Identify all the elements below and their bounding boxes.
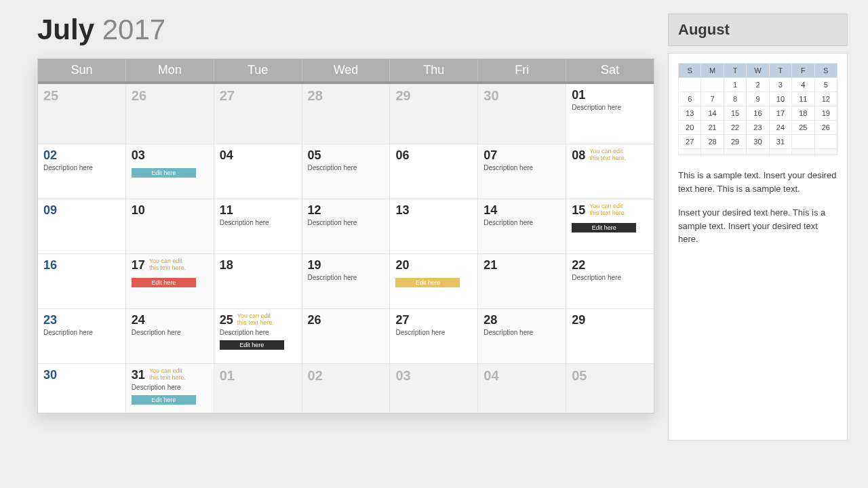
calendar-day[interactable]: 05: [566, 364, 654, 413]
calendar-day[interactable]: 04: [214, 144, 302, 199]
day-number: 29: [395, 88, 410, 104]
calendar-day[interactable]: 20Edit here: [390, 254, 478, 308]
calendar-day[interactable]: 26: [302, 309, 391, 363]
mini-day: 21: [701, 121, 724, 135]
mini-day-header: T: [724, 64, 746, 78]
mini-day: [701, 149, 724, 155]
day-number: 17: [132, 258, 145, 272]
calendar-day[interactable]: 28: [302, 84, 391, 144]
calendar-day[interactable]: 12Description here: [302, 199, 391, 253]
day-number: 06: [395, 148, 409, 163]
calendar-day[interactable]: 29: [566, 309, 654, 363]
day-number: 04: [484, 368, 498, 384]
calendar-week: 1617You can edit this text here.Edit her…: [38, 254, 654, 309]
day-number: 04: [220, 148, 233, 163]
mini-day: [814, 135, 837, 149]
mini-day: 11: [792, 92, 814, 106]
mini-day: 22: [724, 121, 746, 135]
calendar-day[interactable]: 01: [214, 364, 302, 413]
calendar-day[interactable]: 08You can edit this text here.: [566, 144, 654, 199]
day-number: 11: [220, 203, 233, 218]
day-number: 01: [220, 368, 235, 384]
event-tag[interactable]: Edit here: [220, 340, 284, 350]
day-number: 31: [132, 368, 145, 382]
mini-day: 1: [724, 78, 746, 92]
calendar-day[interactable]: 03: [390, 364, 478, 413]
calendar-day[interactable]: 05Description here: [302, 144, 391, 199]
event-tag[interactable]: Edit here: [132, 395, 196, 405]
day-number: 08: [572, 148, 585, 163]
event-tag[interactable]: Edit here: [132, 168, 196, 178]
mini-day: 15: [724, 106, 746, 121]
day-number: 30: [484, 88, 498, 104]
day-header: Sun: [38, 59, 126, 81]
day-number: 01: [572, 88, 585, 102]
day-description: Description here: [43, 164, 120, 171]
day-number: 05: [308, 148, 321, 163]
day-header: Mon: [126, 59, 214, 81]
calendar-day[interactable]: 26: [126, 84, 214, 144]
mini-day: 24: [769, 121, 791, 135]
calendar-day[interactable]: 25You can edit this text here.Descriptio…: [214, 309, 302, 363]
calendar-day[interactable]: 14Description here: [478, 199, 566, 253]
calendar-day[interactable]: 30: [38, 364, 126, 413]
calendar-day[interactable]: 21: [478, 254, 566, 308]
calendar-day[interactable]: 25: [38, 84, 126, 144]
day-note: You can edit this text here.: [149, 258, 190, 272]
calendar-day[interactable]: 06: [390, 144, 478, 199]
mini-day: [701, 78, 724, 92]
calendar-day[interactable]: 22Description here: [566, 254, 654, 308]
event-tag[interactable]: Edit here: [395, 278, 460, 287]
calendar-week: 23Description here24Description here25Yo…: [38, 309, 654, 364]
calendar-day[interactable]: 01Description here: [566, 84, 654, 144]
calendar-day[interactable]: 10: [126, 199, 214, 253]
day-number: 03: [132, 148, 145, 163]
event-tag[interactable]: Edit here: [572, 223, 636, 232]
day-description: Description here: [308, 219, 384, 226]
day-note: You can edit this text here.: [237, 313, 278, 327]
calendar-day[interactable]: 27: [214, 84, 302, 144]
mini-day: [679, 149, 701, 155]
mini-day: 20: [679, 121, 701, 135]
calendar-day[interactable]: 04: [478, 364, 566, 413]
calendar-day[interactable]: 16: [38, 254, 126, 308]
mini-day-header: S: [814, 64, 837, 78]
mini-day: [724, 149, 746, 155]
calendar-day[interactable]: 02Description here: [38, 144, 126, 199]
calendar-day[interactable]: 07Description here: [478, 144, 566, 199]
calendar-day[interactable]: 13: [390, 199, 478, 253]
event-tag[interactable]: Edit here: [132, 278, 196, 287]
calendar-day[interactable]: 29: [390, 84, 478, 144]
calendar-day[interactable]: 27Description here: [390, 309, 478, 363]
mini-day: 29: [724, 135, 746, 149]
day-number: 25: [220, 313, 233, 327]
calendar-day[interactable]: 31You can edit this text here.Descriptio…: [126, 364, 214, 413]
calendar-day[interactable]: 30: [478, 84, 566, 144]
calendar-day[interactable]: 02: [302, 364, 391, 413]
day-description: Description here: [484, 219, 560, 226]
calendar-day[interactable]: 15You can edit this text here.Edit here: [566, 199, 654, 253]
mini-day: 5: [814, 78, 837, 92]
calendar-day[interactable]: 09: [38, 199, 126, 253]
mini-day-header: M: [701, 64, 724, 78]
calendar-day[interactable]: 28Description here: [478, 309, 566, 363]
calendar-week: 25262728293001Description here: [38, 84, 654, 144]
day-number: 03: [395, 368, 410, 384]
day-number: 28: [484, 313, 497, 327]
side-title-bar: August: [668, 14, 848, 46]
day-number: 30: [43, 368, 57, 382]
day-description: Description here: [395, 329, 472, 336]
calendar-day[interactable]: 23Description here: [38, 309, 126, 363]
calendar-day[interactable]: 03Edit here: [126, 144, 214, 199]
calendar-day[interactable]: 17You can edit this text here.Edit here: [126, 254, 214, 308]
mini-day: 28: [701, 135, 724, 149]
day-number: 05: [572, 368, 587, 384]
calendar-day[interactable]: 19Description here: [302, 254, 391, 308]
calendar-title: July 2017: [37, 14, 654, 46]
calendar-day[interactable]: 18: [214, 254, 302, 308]
day-number: 15: [572, 203, 585, 218]
calendar-day[interactable]: 11Description here: [214, 199, 302, 253]
mini-day: 2: [747, 78, 769, 92]
day-number: 12: [308, 203, 321, 218]
calendar-day[interactable]: 24Description here: [126, 309, 214, 363]
